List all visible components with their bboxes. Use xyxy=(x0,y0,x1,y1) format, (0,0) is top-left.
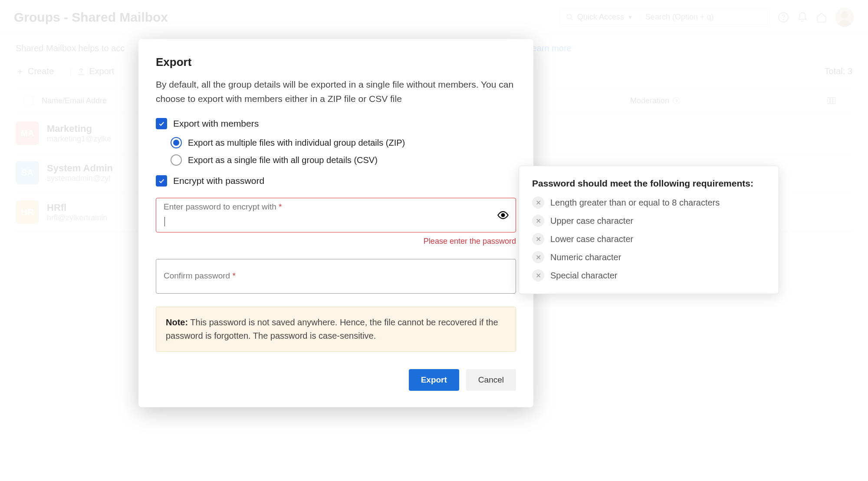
radio-csv-label: Export as a single file with all group d… xyxy=(188,155,378,165)
dialog-description: By default, all the group details will b… xyxy=(156,78,516,106)
x-icon: ✕ xyxy=(532,233,544,245)
password-rule: ✕Lower case character xyxy=(532,233,766,245)
confirm-password-label: Confirm password * xyxy=(164,271,236,281)
dialog-title: Export xyxy=(156,56,516,69)
export-dialog: Export By default, all the group details… xyxy=(138,39,533,407)
radio-zip-label: Export as multiple files with individual… xyxy=(188,138,405,148)
password-rule: ✕Upper case character xyxy=(532,215,766,227)
radio-zip[interactable] xyxy=(171,137,182,148)
x-icon: ✕ xyxy=(532,269,544,281)
x-icon: ✕ xyxy=(532,251,544,263)
encrypt-label: Encrypt with password xyxy=(173,176,264,186)
export-button[interactable]: Export xyxy=(409,369,459,391)
password-rule: ✕Special character xyxy=(532,269,766,281)
password-rule: ✕Numeric character xyxy=(532,251,766,263)
cancel-button[interactable]: Cancel xyxy=(466,369,516,391)
password-error: Please enter the password xyxy=(156,237,516,246)
note-box: Note: This password is not saved anywher… xyxy=(156,307,516,352)
x-icon: ✕ xyxy=(532,196,544,209)
password-label: Enter password to encrypt with * xyxy=(164,202,282,212)
password-rule: ✕Length greater than or equal to 8 chara… xyxy=(532,196,766,209)
radio-csv[interactable] xyxy=(171,154,182,166)
x-icon: ✕ xyxy=(532,215,544,227)
export-with-members-checkbox[interactable] xyxy=(156,118,167,129)
encrypt-checkbox[interactable] xyxy=(156,175,167,187)
svg-point-10 xyxy=(502,214,505,217)
export-with-members-label: Export with members xyxy=(173,118,259,129)
password-requirements-card: Password should meet the following requi… xyxy=(519,166,779,294)
password-requirements-title: Password should meet the following requi… xyxy=(532,178,766,189)
eye-icon[interactable] xyxy=(497,209,509,221)
